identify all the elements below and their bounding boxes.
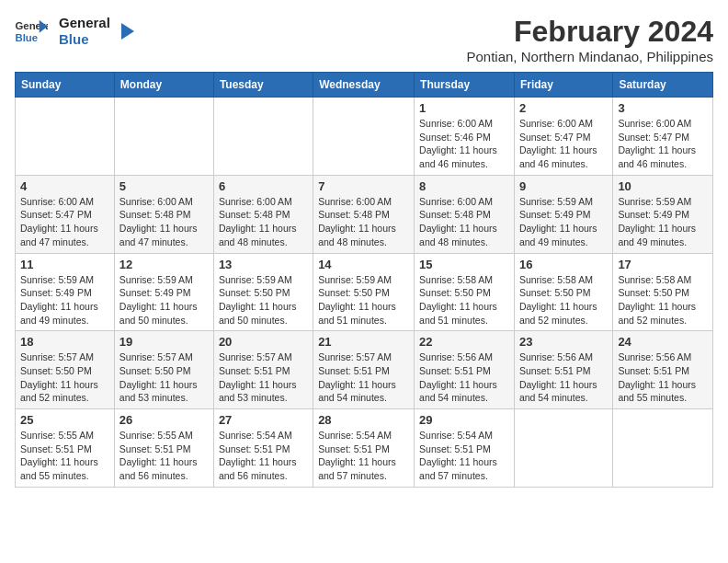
day-number: 26 — [119, 413, 209, 427]
day-info: Sunrise: 5:58 AM Sunset: 5:50 PM Dayligh… — [419, 273, 509, 327]
logo-arrow-icon — [116, 21, 136, 41]
calendar-cell: 29Sunrise: 5:54 AM Sunset: 5:51 PM Dayli… — [415, 409, 515, 488]
day-number: 23 — [519, 335, 608, 349]
calendar-cell: 14Sunrise: 5:59 AM Sunset: 5:50 PM Dayli… — [313, 253, 415, 331]
calendar-cell: 2Sunrise: 6:00 AM Sunset: 5:47 PM Daylig… — [514, 98, 612, 176]
day-number: 29 — [419, 413, 509, 427]
day-number: 11 — [20, 258, 109, 271]
day-number: 4 — [20, 179, 109, 193]
day-info: Sunrise: 6:00 AM Sunset: 5:47 PM Dayligh… — [618, 117, 708, 171]
calendar-week-row: 4Sunrise: 6:00 AM Sunset: 5:47 PM Daylig… — [16, 175, 713, 253]
svg-marker-3 — [121, 23, 134, 40]
weekday-header-tuesday: Tuesday — [213, 73, 313, 98]
day-number: 14 — [318, 258, 409, 271]
day-number: 15 — [419, 258, 509, 271]
day-number: 18 — [20, 335, 109, 349]
day-number: 24 — [618, 335, 708, 349]
calendar-week-row: 18Sunrise: 5:57 AM Sunset: 5:50 PM Dayli… — [16, 331, 713, 409]
calendar-cell: 5Sunrise: 6:00 AM Sunset: 5:48 PM Daylig… — [114, 175, 213, 253]
day-number: 6 — [219, 179, 308, 193]
calendar-cell: 18Sunrise: 5:57 AM Sunset: 5:50 PM Dayli… — [16, 331, 115, 409]
calendar-cell — [16, 98, 115, 176]
month-year-title: February 2024 — [467, 15, 714, 49]
logo: General Blue General Blue — [15, 15, 136, 48]
day-info: Sunrise: 6:00 AM Sunset: 5:46 PM Dayligh… — [419, 117, 509, 171]
day-info: Sunrise: 6:00 AM Sunset: 5:47 PM Dayligh… — [20, 195, 109, 249]
calendar-cell: 13Sunrise: 5:59 AM Sunset: 5:50 PM Dayli… — [213, 253, 313, 331]
calendar-cell: 7Sunrise: 6:00 AM Sunset: 5:48 PM Daylig… — [313, 175, 415, 253]
day-info: Sunrise: 6:00 AM Sunset: 5:48 PM Dayligh… — [219, 195, 308, 249]
day-number: 25 — [20, 413, 109, 427]
title-block: February 2024 Pontian, Northern Mindanao… — [467, 15, 714, 64]
day-info: Sunrise: 5:59 AM Sunset: 5:49 PM Dayligh… — [519, 195, 608, 249]
calendar-cell: 9Sunrise: 5:59 AM Sunset: 5:49 PM Daylig… — [514, 175, 612, 253]
weekday-header-row: SundayMondayTuesdayWednesdayThursdayFrid… — [16, 73, 713, 98]
day-info: Sunrise: 6:00 AM Sunset: 5:48 PM Dayligh… — [119, 195, 209, 249]
day-number: 28 — [318, 413, 409, 427]
day-number: 21 — [318, 335, 409, 349]
weekday-header-friday: Friday — [514, 73, 612, 98]
calendar-cell — [114, 98, 213, 176]
weekday-header-sunday: Sunday — [16, 73, 115, 98]
day-info: Sunrise: 6:00 AM Sunset: 5:48 PM Dayligh… — [318, 195, 409, 249]
day-number: 17 — [618, 258, 708, 271]
calendar-cell: 16Sunrise: 5:58 AM Sunset: 5:50 PM Dayli… — [514, 253, 612, 331]
calendar-cell: 11Sunrise: 5:59 AM Sunset: 5:49 PM Dayli… — [16, 253, 115, 331]
day-info: Sunrise: 6:00 AM Sunset: 5:47 PM Dayligh… — [519, 117, 608, 171]
day-number: 1 — [419, 101, 509, 115]
calendar-cell: 4Sunrise: 6:00 AM Sunset: 5:47 PM Daylig… — [16, 175, 115, 253]
day-number: 19 — [119, 335, 209, 349]
calendar-cell — [514, 409, 612, 488]
calendar-week-row: 1Sunrise: 6:00 AM Sunset: 5:46 PM Daylig… — [16, 98, 713, 176]
day-number: 7 — [318, 179, 409, 193]
day-info: Sunrise: 5:57 AM Sunset: 5:51 PM Dayligh… — [219, 350, 308, 405]
day-number: 12 — [119, 258, 209, 271]
calendar-cell — [213, 98, 313, 176]
logo-general: General — [59, 15, 110, 31]
calendar-cell: 21Sunrise: 5:57 AM Sunset: 5:51 PM Dayli… — [313, 331, 415, 409]
day-number: 20 — [219, 335, 308, 349]
day-number: 13 — [219, 258, 308, 271]
calendar-cell: 1Sunrise: 6:00 AM Sunset: 5:46 PM Daylig… — [415, 98, 515, 176]
day-info: Sunrise: 5:56 AM Sunset: 5:51 PM Dayligh… — [419, 350, 509, 405]
svg-text:Blue: Blue — [16, 32, 39, 43]
day-number: 22 — [419, 335, 509, 349]
day-number: 2 — [519, 101, 608, 115]
day-info: Sunrise: 5:56 AM Sunset: 5:51 PM Dayligh… — [618, 350, 708, 405]
day-info: Sunrise: 5:56 AM Sunset: 5:51 PM Dayligh… — [519, 350, 608, 405]
day-number: 9 — [519, 179, 608, 193]
day-info: Sunrise: 5:55 AM Sunset: 5:51 PM Dayligh… — [119, 429, 209, 483]
weekday-header-thursday: Thursday — [415, 73, 515, 98]
calendar-week-row: 25Sunrise: 5:55 AM Sunset: 5:51 PM Dayli… — [16, 409, 713, 488]
weekday-header-monday: Monday — [114, 73, 213, 98]
day-number: 10 — [618, 179, 708, 193]
day-info: Sunrise: 5:57 AM Sunset: 5:50 PM Dayligh… — [119, 350, 209, 405]
calendar-cell: 3Sunrise: 6:00 AM Sunset: 5:47 PM Daylig… — [613, 98, 713, 176]
weekday-header-wednesday: Wednesday — [313, 73, 415, 98]
day-info: Sunrise: 5:54 AM Sunset: 5:51 PM Dayligh… — [318, 429, 409, 483]
calendar-cell: 20Sunrise: 5:57 AM Sunset: 5:51 PM Dayli… — [213, 331, 313, 409]
calendar-cell: 26Sunrise: 5:55 AM Sunset: 5:51 PM Dayli… — [114, 409, 213, 488]
calendar-cell: 28Sunrise: 5:54 AM Sunset: 5:51 PM Dayli… — [313, 409, 415, 488]
calendar-cell: 8Sunrise: 6:00 AM Sunset: 5:48 PM Daylig… — [415, 175, 515, 253]
day-info: Sunrise: 5:55 AM Sunset: 5:51 PM Dayligh… — [20, 429, 109, 483]
calendar-cell: 27Sunrise: 5:54 AM Sunset: 5:51 PM Dayli… — [213, 409, 313, 488]
calendar-cell: 10Sunrise: 5:59 AM Sunset: 5:49 PM Dayli… — [613, 175, 713, 253]
calendar-cell: 6Sunrise: 6:00 AM Sunset: 5:48 PM Daylig… — [213, 175, 313, 253]
calendar-week-row: 11Sunrise: 5:59 AM Sunset: 5:49 PM Dayli… — [16, 253, 713, 331]
day-number: 16 — [519, 258, 608, 271]
calendar-cell: 12Sunrise: 5:59 AM Sunset: 5:49 PM Dayli… — [114, 253, 213, 331]
day-info: Sunrise: 5:59 AM Sunset: 5:49 PM Dayligh… — [618, 195, 708, 249]
calendar-cell: 22Sunrise: 5:56 AM Sunset: 5:51 PM Dayli… — [415, 331, 515, 409]
day-info: Sunrise: 5:57 AM Sunset: 5:50 PM Dayligh… — [20, 350, 109, 405]
day-info: Sunrise: 5:58 AM Sunset: 5:50 PM Dayligh… — [618, 273, 708, 327]
day-info: Sunrise: 5:59 AM Sunset: 5:50 PM Dayligh… — [219, 273, 308, 327]
day-info: Sunrise: 5:54 AM Sunset: 5:51 PM Dayligh… — [419, 429, 509, 483]
calendar-cell: 17Sunrise: 5:58 AM Sunset: 5:50 PM Dayli… — [613, 253, 713, 331]
day-info: Sunrise: 6:00 AM Sunset: 5:48 PM Dayligh… — [419, 195, 509, 249]
day-info: Sunrise: 5:59 AM Sunset: 5:50 PM Dayligh… — [318, 273, 409, 327]
calendar-cell: 23Sunrise: 5:56 AM Sunset: 5:51 PM Dayli… — [514, 331, 612, 409]
day-number: 3 — [618, 101, 708, 115]
calendar-cell — [313, 98, 415, 176]
calendar-cell: 25Sunrise: 5:55 AM Sunset: 5:51 PM Dayli… — [16, 409, 115, 488]
